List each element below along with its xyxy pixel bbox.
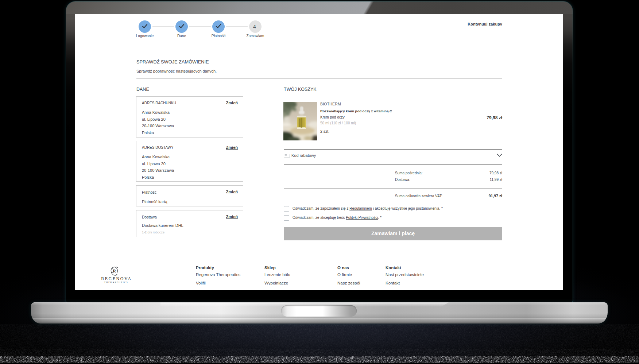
svg-text:R: R	[113, 268, 116, 274]
